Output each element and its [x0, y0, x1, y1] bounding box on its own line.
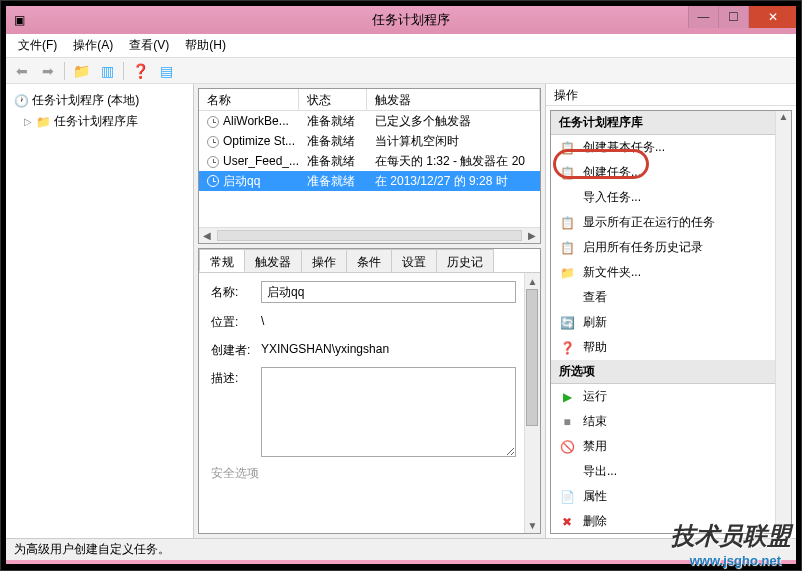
action-label: 结束	[583, 413, 607, 430]
location-value: \	[261, 311, 264, 328]
tab-actions[interactable]: 操作	[301, 249, 347, 272]
clock-icon	[207, 175, 219, 187]
tab-history[interactable]: 历史记	[436, 249, 494, 272]
table-row-selected[interactable]: 启动qq 准备就绪 在 2013/12/27 的 9:28 时	[199, 171, 540, 191]
action-icon: ■	[559, 414, 575, 430]
label-author: 创建者:	[211, 339, 261, 359]
scrollbar-v[interactable]: ▲	[775, 111, 791, 533]
clock-icon	[207, 156, 219, 168]
action-item[interactable]: 📋显示所有正在运行的任务	[551, 210, 791, 235]
table-row[interactable]: Optimize St... 准备就绪 当计算机空闲时	[199, 131, 540, 151]
action-item[interactable]: 📄属性	[551, 484, 791, 509]
minimize-button[interactable]: —	[688, 6, 718, 28]
label-location: 位置:	[211, 311, 261, 331]
col-status[interactable]: 状态	[299, 89, 367, 110]
action-label: 刷新	[583, 314, 607, 331]
clock-icon: 🕐	[14, 94, 28, 108]
action-label: 运行	[583, 388, 607, 405]
action-icon: 📋	[559, 240, 575, 256]
expand-icon[interactable]: ▷	[24, 116, 32, 127]
action-icon: 📋	[559, 215, 575, 231]
tree-library[interactable]: ▷ 📁 任务计划程序库	[10, 111, 189, 132]
back-button[interactable]: ⬅	[10, 60, 34, 82]
tab-general[interactable]: 常规	[199, 249, 245, 272]
clock-icon	[207, 136, 219, 148]
status-text: 为高级用户创建自定义任务。	[14, 541, 170, 558]
action-label: 创建基本任务...	[583, 139, 665, 156]
action-icon: 📋	[559, 165, 575, 181]
action-item[interactable]: 📋创建任务...	[551, 160, 791, 185]
panel-icon[interactable]: ▥	[95, 60, 119, 82]
name-input[interactable]	[261, 281, 516, 303]
up-icon[interactable]: 📁	[69, 60, 93, 82]
action-item[interactable]: ■结束	[551, 409, 791, 434]
tree-root[interactable]: 🕐 任务计划程序 (本地)	[10, 90, 189, 111]
action-label: 导出...	[583, 463, 617, 480]
actions-pane: 操作 任务计划程序库 ▴ 📋创建基本任务...📋创建任务...导入任务...📋显…	[546, 84, 796, 538]
action-icon: ❓	[559, 340, 575, 356]
action-icon: 📋	[559, 140, 575, 156]
tab-settings[interactable]: 设置	[391, 249, 437, 272]
action-item[interactable]: 📋启用所有任务历史记录	[551, 235, 791, 260]
tree-pane: 🕐 任务计划程序 (本地) ▷ 📁 任务计划程序库	[6, 84, 194, 538]
action-item[interactable]: ✖删除	[551, 509, 791, 534]
menubar: 文件(F) 操作(A) 查看(V) 帮助(H)	[6, 34, 796, 58]
close-button[interactable]: ✕	[748, 6, 796, 28]
table-row[interactable]: AliWorkBe... 准备就绪 已定义多个触发器	[199, 111, 540, 131]
col-name[interactable]: 名称	[199, 89, 299, 110]
action-item[interactable]: 导出...	[551, 459, 791, 484]
menu-view[interactable]: 查看(V)	[123, 35, 175, 56]
task-list: 名称 状态 触发器 AliWorkBe... 准备就绪 已定义多个触发器 Opt…	[198, 88, 541, 244]
section-library: 任务计划程序库 ▴	[551, 111, 791, 135]
scroll-up-icon[interactable]: ▲	[525, 273, 540, 289]
action-label: 禁用	[583, 438, 607, 455]
menu-help[interactable]: 帮助(H)	[179, 35, 232, 56]
maximize-button[interactable]: ☐	[718, 6, 748, 28]
action-icon	[559, 190, 575, 206]
tab-triggers[interactable]: 触发器	[244, 249, 302, 272]
titlebar[interactable]: ▣ 任务计划程序 — ☐ ✕	[6, 6, 796, 34]
scrollbar-v[interactable]: ▲ ▼	[524, 273, 540, 533]
menu-file[interactable]: 文件(F)	[12, 35, 63, 56]
action-label: 删除	[583, 513, 607, 530]
scroll-down-icon[interactable]: ▼	[525, 517, 540, 533]
action-icon: 🚫	[559, 439, 575, 455]
scroll-left-icon[interactable]: ◀	[199, 228, 215, 243]
action-label: 显示所有正在运行的任务	[583, 214, 715, 231]
action-item[interactable]: 🔄刷新	[551, 310, 791, 335]
action-item[interactable]: 📋创建基本任务...	[551, 135, 791, 160]
list-header: 名称 状态 触发器	[199, 89, 540, 111]
window-title: 任务计划程序	[25, 11, 796, 29]
scroll-up-icon[interactable]: ▲	[776, 111, 791, 127]
action-icon: 🔄	[559, 315, 575, 331]
panel2-icon[interactable]: ▤	[154, 60, 178, 82]
scroll-thumb[interactable]	[526, 289, 538, 426]
scroll-thumb[interactable]	[217, 230, 522, 241]
scroll-right-icon[interactable]: ▶	[524, 228, 540, 243]
action-item[interactable]: ▶运行	[551, 384, 791, 409]
tabs: 常规 触发器 操作 条件 设置 历史记	[199, 249, 540, 273]
action-item[interactable]: 📁新文件夹...	[551, 260, 791, 285]
actions-body: 任务计划程序库 ▴ 📋创建基本任务...📋创建任务...导入任务...📋显示所有…	[550, 110, 792, 534]
col-trigger[interactable]: 触发器	[367, 89, 540, 110]
desc-input[interactable]	[261, 367, 516, 457]
action-icon: ✖	[559, 514, 575, 530]
actions-header: 操作	[546, 84, 796, 106]
forward-button[interactable]: ➡	[36, 60, 60, 82]
action-item[interactable]: 查看▶	[551, 285, 791, 310]
tab-conditions[interactable]: 条件	[346, 249, 392, 272]
label-desc: 描述:	[211, 367, 261, 387]
app-icon: ▣	[14, 13, 25, 27]
action-label: 创建任务...	[583, 164, 641, 181]
section-selected: 所选项 ▴	[551, 360, 791, 384]
action-item[interactable]: ❓帮助	[551, 335, 791, 360]
main-window: ▣ 任务计划程序 — ☐ ✕ 文件(F) 操作(A) 查看(V) 帮助(H) ⬅…	[6, 6, 796, 564]
scrollbar-h[interactable]: ◀ ▶	[199, 227, 540, 243]
action-item[interactable]: 导入任务...	[551, 185, 791, 210]
help-icon[interactable]: ❓	[128, 60, 152, 82]
action-icon: 📁	[559, 265, 575, 281]
table-row[interactable]: User_Feed_... 准备就绪 在每天的 1:32 - 触发器在 20	[199, 151, 540, 171]
menu-action[interactable]: 操作(A)	[67, 35, 119, 56]
action-item[interactable]: 🚫禁用	[551, 434, 791, 459]
author-value: YXINGSHAN\yxingshan	[261, 339, 389, 356]
